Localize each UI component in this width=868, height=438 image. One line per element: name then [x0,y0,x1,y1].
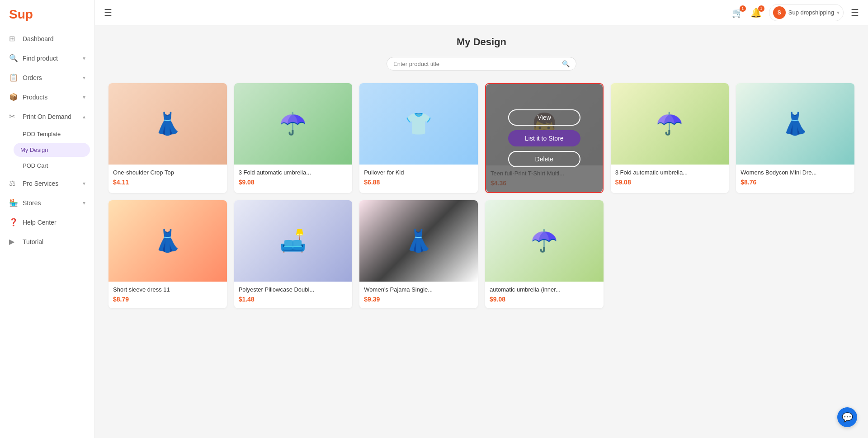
page-title: My Design [108,36,854,48]
pod-cart-label: POD Cart [23,162,48,169]
product-card[interactable]: 🛋️Polyester Pillowcase Doubl...$1.48 [234,200,353,308]
content-area: My Design 🔍 👗One-shoulder Crop Top$4.11☂… [95,25,868,438]
logo-area: Sup [0,0,94,29]
user-menu-button[interactable]: S Sup dropshipping ▾ [769,4,844,21]
sidebar-label-stores: Stores [23,199,41,207]
cart-badge: 1 [740,5,746,12]
product-name: Pullover for Kid [364,169,473,176]
product-grid: 👗One-shoulder Crop Top$4.11☂️3 Fold auto… [108,83,854,308]
product-price: $8.76 [741,179,850,186]
sidebar-label-pro-services: Pro Services [23,180,58,187]
sidebar-nav: ⊞ Dashboard 🔍 Find product ▾ 📋 Orders ▾ … [0,29,94,438]
product-card-overlay: ViewList it to StoreDelete [486,84,603,192]
help-center-icon: ❓ [9,218,18,226]
chevron-down-icon: ▾ [83,94,85,100]
product-card[interactable]: ☂️3 Fold automatic umbrella...$9.08 [611,83,729,193]
product-name: One-shoulder Crop Top [113,169,222,176]
notification-badge: 1 [758,5,764,12]
sidebar-label-products: Products [23,94,47,101]
product-price: $6.88 [364,179,473,186]
search-input[interactable] [393,61,558,67]
my-design-label: My Design [20,146,48,153]
chevron-down-icon: ▾ [83,200,85,206]
search-bar: 🔍 [108,57,854,71]
sidebar-item-products[interactable]: 📦 Products ▾ [0,87,94,107]
sidebar-subitem-my-design[interactable]: My Design [14,143,90,157]
sidebar-item-tutorial[interactable]: ▶ Tutorial [0,232,94,251]
product-image: 👗 [108,200,227,282]
main-area: ☰ 🛒 1 🔔 1 S Sup dropshipping ▾ ☰ My Desi… [95,0,868,438]
product-card[interactable]: 👦Teen full-Print T-Shirt Multi...$4.36Vi… [485,83,604,193]
sidebar-item-help-center[interactable]: ❓ Help Center [0,212,94,232]
print-on-demand-icon: ✂ [9,112,18,121]
menu-hamburger-icon[interactable]: ☰ [104,7,112,18]
product-price: $9.08 [615,179,725,186]
sidebar-subitem-pod-cart[interactable]: POD Cart [0,158,94,174]
product-image: 👗 [359,200,478,282]
product-name: Women's Pajama Single... [364,286,473,293]
product-name: 3 Fold automatic umbrella... [239,169,348,176]
products-icon: 📦 [9,93,18,101]
orders-icon: 📋 [9,73,18,82]
tutorial-icon: ▶ [9,237,18,246]
product-card[interactable]: 👗Womens Bodycon Mini Dre...$8.76 [736,83,854,193]
topbar-left: ☰ [104,7,112,18]
sidebar-subitem-pod-template[interactable]: POD Template [0,126,94,142]
product-price: $9.39 [364,296,473,303]
product-image: ☂️ [485,200,604,282]
product-image: ☂️ [234,83,353,165]
product-price: $9.08 [239,179,348,186]
topbar-right: 🛒 1 🔔 1 S Sup dropshipping ▾ ☰ [732,4,859,21]
sidebar-label-tutorial: Tutorial [23,238,43,245]
sidebar-label-dashboard: Dashboard [23,35,54,42]
chevron-up-icon: ▴ [83,113,85,120]
product-card[interactable]: ☂️automatic umbrella (inner...$9.08 [485,200,604,308]
product-card[interactable]: 👗One-shoulder Crop Top$4.11 [108,83,227,193]
user-name: Sup dropshipping [788,9,834,16]
list-to-store-button[interactable]: List it to Store [508,130,580,146]
product-card[interactable]: 👗Women's Pajama Single...$9.39 [359,200,478,308]
more-options-icon[interactable]: ☰ [851,7,859,18]
sidebar-item-pro-services[interactable]: ⚖ Pro Services ▾ [0,174,94,193]
stores-icon: 🏪 [9,198,18,207]
find-product-icon: 🔍 [9,54,18,62]
view-product-button[interactable]: View [508,109,580,126]
sidebar-item-find-product[interactable]: 🔍 Find product ▾ [0,48,94,68]
sidebar: Sup ⊞ Dashboard 🔍 Find product ▾ 📋 Order… [0,0,95,438]
cart-icon[interactable]: 🛒 1 [732,7,743,18]
delete-product-button[interactable]: Delete [508,151,580,167]
chat-button[interactable]: 💬 [837,407,857,427]
sidebar-item-stores[interactable]: 🏪 Stores ▾ [0,193,94,212]
product-image: ☂️ [611,83,729,165]
product-name: Short sleeve dress 11 [113,286,222,293]
product-image: 🛋️ [234,200,353,282]
dashboard-icon: ⊞ [9,34,18,43]
product-card[interactable]: 👕Pullover for Kid$6.88 [359,83,478,193]
product-price: $8.79 [113,296,222,303]
product-price: $4.11 [113,179,222,186]
sidebar-label-find-product: Find product [23,55,58,62]
search-input-wrap: 🔍 [387,57,576,71]
product-card[interactable]: 👗Short sleeve dress 11$8.79 [108,200,227,308]
product-image: 👗 [736,83,854,165]
chevron-down-icon: ▾ [83,55,85,61]
search-icon[interactable]: 🔍 [562,60,570,67]
product-price: $1.48 [239,296,348,303]
chevron-down-icon: ▾ [83,75,85,81]
product-name: 3 Fold automatic umbrella... [615,169,725,176]
notification-icon[interactable]: 🔔 1 [750,7,762,18]
sidebar-label-orders: Orders [23,74,42,81]
sidebar-item-print-on-demand[interactable]: ✂ Print On Demand ▴ [0,107,94,126]
sidebar-item-orders[interactable]: 📋 Orders ▾ [0,68,94,87]
product-image: 👗 [108,83,227,165]
product-image: 👕 [359,83,478,165]
product-price: $9.08 [490,296,599,303]
user-chevron-icon: ▾ [837,9,840,16]
topbar: ☰ 🛒 1 🔔 1 S Sup dropshipping ▾ ☰ [95,0,868,25]
chevron-down-icon: ▾ [83,180,85,187]
sidebar-item-dashboard[interactable]: ⊞ Dashboard [0,29,94,48]
product-name: automatic umbrella (inner... [490,286,599,293]
app-logo: Sup [9,7,33,22]
sidebar-label-help-center: Help Center [23,219,57,226]
product-card[interactable]: ☂️3 Fold automatic umbrella...$9.08 [234,83,353,193]
